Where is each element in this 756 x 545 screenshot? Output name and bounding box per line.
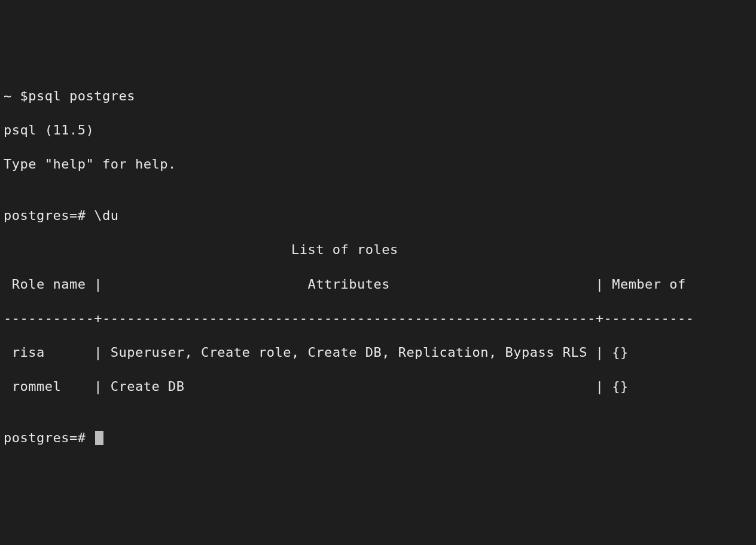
psql-version-line: psql (11.5) <box>4 122 756 139</box>
terminal-window[interactable]: ~ $psql postgres psql (11.5) Type "help"… <box>4 71 756 545</box>
cursor-icon <box>95 431 103 445</box>
table-row: rommel | Create DB | {} <box>4 378 756 396</box>
psql-prompt-line[interactable]: postgres=# <box>4 430 756 447</box>
psql-du-command-line: postgres=# \du <box>4 207 756 225</box>
roles-separator-line: -----------+----------------------------… <box>4 310 756 327</box>
roles-header-line: Role name | Attributes | Member of <box>4 276 756 293</box>
shell-command-line: ~ $psql postgres <box>4 88 756 105</box>
table-row: risa | Superuser, Create role, Create DB… <box>4 344 756 362</box>
psql-prompt-text: postgres=# <box>4 430 94 445</box>
roles-title-line: List of roles <box>4 241 756 259</box>
psql-help-hint-line: Type "help" for help. <box>4 156 756 173</box>
